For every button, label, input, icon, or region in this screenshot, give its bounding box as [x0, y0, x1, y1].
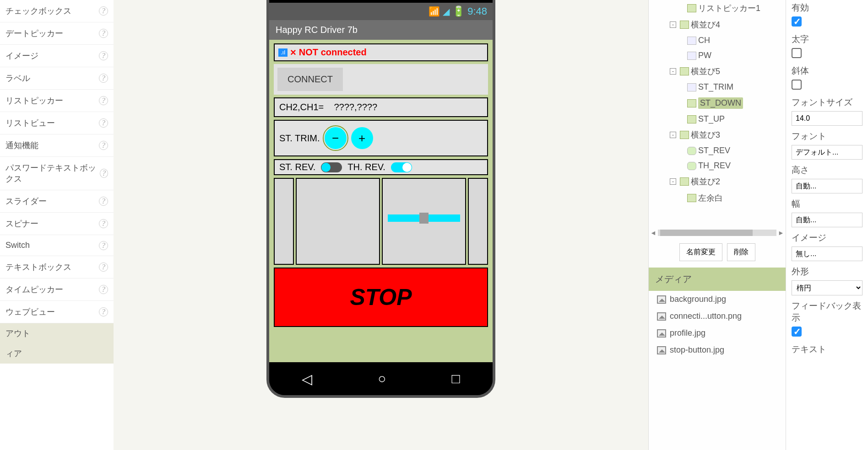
palette-item[interactable]: ラベル?	[0, 67, 114, 90]
palette-item[interactable]: パスワードテキストボックス?	[0, 157, 114, 190]
slider-thumb[interactable]	[419, 213, 429, 224]
connect-row: CONNECT	[274, 64, 488, 95]
help-icon[interactable]: ?	[99, 51, 108, 60]
help-icon[interactable]: ?	[99, 118, 108, 128]
palette-heading-layout[interactable]: アウト	[0, 323, 114, 343]
media-item-label: profile.jpg	[670, 328, 705, 338]
help-icon[interactable]: ?	[99, 219, 108, 228]
palette-item[interactable]: チェックボックス?	[0, 0, 114, 22]
prop-height-label: 高さ	[792, 164, 863, 176]
tree-node[interactable]: 左余白	[649, 190, 786, 206]
prop-enabled-checkbox[interactable]	[792, 16, 802, 27]
media-heading[interactable]: メディア	[649, 268, 786, 291]
help-icon[interactable]: ?	[99, 96, 108, 105]
stop-button[interactable]: STOP	[274, 268, 488, 327]
prop-height-input[interactable]	[792, 179, 863, 193]
palette-item[interactable]: イメージ?	[0, 45, 114, 67]
tree-node[interactable]: -横並び3	[649, 127, 786, 143]
prop-width-input[interactable]	[792, 213, 863, 227]
left-slider-area[interactable]	[296, 178, 380, 265]
image-file-icon	[657, 295, 666, 304]
help-icon[interactable]: ?	[99, 262, 108, 272]
palette-item[interactable]: リストビュー?	[0, 112, 114, 134]
media-item[interactable]: connecti...utton.png	[649, 308, 786, 325]
expander-icon[interactable]: -	[670, 178, 676, 185]
media-item[interactable]: profile.jpg	[649, 325, 786, 342]
recent-icon[interactable]: □	[451, 371, 460, 386]
help-icon[interactable]: ?	[100, 169, 108, 178]
back-icon[interactable]: ◁	[302, 371, 312, 387]
palette-item[interactable]: Switch?	[0, 235, 114, 256]
tree-node[interactable]: -横並び4	[649, 16, 786, 33]
home-icon[interactable]: ○	[378, 371, 386, 386]
palette-item-label: ウェブビュー	[5, 306, 55, 317]
prop-italic-checkbox[interactable]	[792, 80, 802, 90]
reverse-row: ST. REV. TH. REV.	[274, 159, 488, 175]
help-icon[interactable]: ?	[99, 74, 108, 83]
prop-image-input[interactable]	[792, 246, 863, 261]
palette-heading-media[interactable]: ィア	[0, 343, 114, 364]
prop-bold-label: 太字	[792, 33, 863, 45]
delete-button[interactable]: 削除	[727, 243, 755, 261]
trim-row: ST. TRIM. − +	[274, 120, 488, 156]
tree-node[interactable]: TH_REV	[649, 158, 786, 173]
tree-node[interactable]: PW	[649, 48, 786, 63]
palette-item[interactable]: テキストボックス?	[0, 256, 114, 279]
palette-item[interactable]: タイムピッカー?	[0, 279, 114, 301]
help-icon[interactable]: ?	[99, 141, 108, 150]
palette-item[interactable]: 通知機能?	[0, 134, 114, 157]
scroll-left-icon[interactable]: ◄	[649, 229, 658, 236]
help-icon[interactable]: ?	[99, 285, 108, 294]
status-bar: 📶 ◢ 🔋 9:48	[269, 3, 493, 20]
tree-node[interactable]: -横並び2	[649, 173, 786, 190]
palette-item[interactable]: スピナー?	[0, 213, 114, 235]
prop-fontsize-input[interactable]	[792, 111, 863, 126]
right-slider-area[interactable]	[382, 178, 466, 265]
tree-node[interactable]: リストピッカー1	[649, 0, 786, 16]
help-icon[interactable]: ?	[99, 241, 108, 250]
palette-item[interactable]: デートピッカー?	[0, 22, 114, 45]
th-rev-switch[interactable]	[391, 162, 412, 172]
rename-button[interactable]: 名前変更	[679, 243, 722, 261]
palette-item-label: Switch	[5, 241, 30, 250]
st-rev-label: ST. REV.	[279, 162, 315, 172]
media-item[interactable]: stop-button.jpg	[649, 342, 786, 359]
media-item[interactable]: background.jpg	[649, 291, 786, 308]
expander-icon[interactable]: -	[670, 132, 676, 138]
expander-icon[interactable]: -	[670, 68, 676, 75]
hscroll-track[interactable]	[658, 230, 776, 236]
help-icon[interactable]: ?	[99, 197, 108, 206]
connect-button[interactable]: CONNECT	[277, 68, 343, 91]
st-rev-switch[interactable]	[321, 162, 342, 172]
tree-node[interactable]: ST_UP	[649, 112, 786, 127]
left-pad	[274, 178, 294, 265]
scroll-right-icon[interactable]: ►	[776, 229, 786, 236]
palette-item-label: リストビュー	[5, 118, 55, 129]
palette-item[interactable]: リストピッカー?	[0, 90, 114, 112]
prop-width-label: 幅	[792, 198, 863, 210]
phone-frame: 📶 ◢ 🔋 9:48 Happy RC Driver 7b .ıl × NOT …	[266, 0, 495, 398]
help-icon[interactable]: ?	[99, 6, 108, 16]
tree-scroll[interactable]: リストピッカー1-横並び4CHPW-横並び5ST_TRIMST_DOWNST_U…	[649, 0, 786, 229]
tree-node[interactable]: ST_DOWN	[649, 95, 786, 112]
throttle-slider[interactable]	[388, 214, 460, 222]
tree-node[interactable]: -横並び5	[649, 63, 786, 80]
tree-node[interactable]: CH	[649, 33, 786, 48]
prop-font-input[interactable]	[792, 145, 863, 160]
image-file-icon	[657, 329, 666, 338]
tree-hscroll[interactable]: ◄ ►	[649, 229, 786, 237]
help-icon[interactable]: ?	[99, 307, 108, 316]
help-icon[interactable]: ?	[99, 29, 108, 38]
hbox-icon	[687, 99, 696, 107]
prop-bold-checkbox[interactable]	[792, 48, 802, 58]
trim-down-button[interactable]: −	[325, 127, 347, 149]
tree-node[interactable]: ST_TRIM	[649, 80, 786, 95]
palette-item[interactable]: スライダー?	[0, 190, 114, 213]
expander-icon[interactable]: -	[670, 21, 676, 28]
trim-up-button[interactable]: +	[351, 127, 373, 149]
tree-node[interactable]: ST_REV	[649, 143, 786, 158]
palette-item[interactable]: ウェブビュー?	[0, 301, 114, 323]
prop-shape-select[interactable]: 楕円	[792, 280, 863, 295]
prop-feedback-checkbox[interactable]	[792, 327, 802, 337]
switch-icon	[687, 162, 696, 170]
